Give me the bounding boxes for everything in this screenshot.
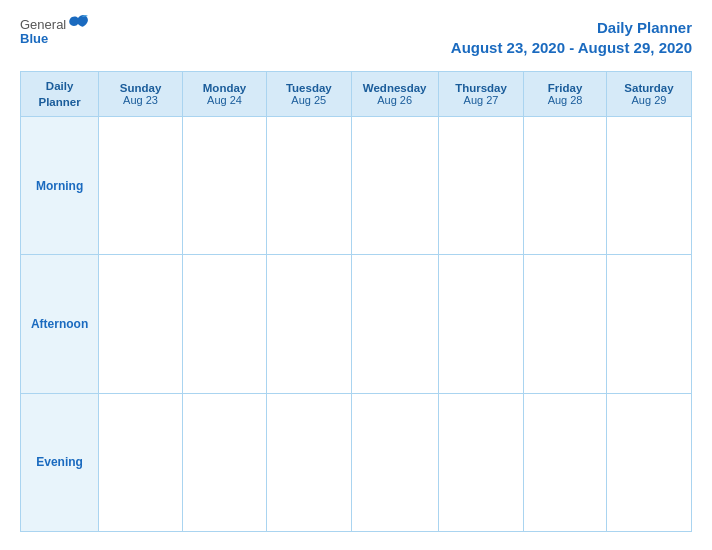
- afternoon-friday[interactable]: [524, 255, 607, 393]
- logo-blue: Blue: [20, 32, 48, 46]
- morning-saturday[interactable]: [606, 117, 691, 255]
- header-date: August 23, 2020 - August 29, 2020: [451, 38, 692, 58]
- wednesday-date: Aug 26: [356, 94, 434, 106]
- col-wednesday: Wednesday Aug 26: [351, 72, 438, 117]
- morning-monday[interactable]: [182, 117, 266, 255]
- afternoon-thursday[interactable]: [438, 255, 523, 393]
- morning-friday[interactable]: [524, 117, 607, 255]
- col-thursday: Thursday Aug 27: [438, 72, 523, 117]
- sunday-name: Sunday: [103, 82, 178, 94]
- evening-tuesday[interactable]: [267, 393, 351, 531]
- col-friday: Friday Aug 28: [524, 72, 607, 117]
- afternoon-saturday[interactable]: [606, 255, 691, 393]
- afternoon-tuesday[interactable]: [267, 255, 351, 393]
- morning-row: Morning: [21, 117, 692, 255]
- afternoon-wednesday[interactable]: [351, 255, 438, 393]
- logo-general: General: [20, 18, 66, 32]
- evening-label: Evening: [21, 393, 99, 531]
- column-header-row: Daily Planner Sunday Aug 23 Monday Aug 2…: [21, 72, 692, 117]
- afternoon-label: Afternoon: [21, 255, 99, 393]
- afternoon-monday[interactable]: [182, 255, 266, 393]
- logo-bird-icon: [68, 14, 90, 32]
- morning-label: Morning: [21, 117, 99, 255]
- thursday-name: Thursday: [443, 82, 519, 94]
- calendar-table: Daily Planner Sunday Aug 23 Monday Aug 2…: [20, 71, 692, 532]
- col-saturday: Saturday Aug 29: [606, 72, 691, 117]
- evening-wednesday[interactable]: [351, 393, 438, 531]
- tuesday-date: Aug 25: [271, 94, 346, 106]
- header: General Blue Daily Planner August 23, 20…: [20, 18, 692, 57]
- corner-header: Daily Planner: [21, 72, 99, 117]
- col-tuesday: Tuesday Aug 25: [267, 72, 351, 117]
- afternoon-sunday[interactable]: [99, 255, 183, 393]
- tuesday-name: Tuesday: [271, 82, 346, 94]
- logo-area: General Blue: [20, 18, 90, 47]
- evening-friday[interactable]: [524, 393, 607, 531]
- morning-thursday[interactable]: [438, 117, 523, 255]
- corner-label-line2: Planner: [38, 96, 80, 108]
- afternoon-row: Afternoon: [21, 255, 692, 393]
- friday-name: Friday: [528, 82, 602, 94]
- evening-row: Evening: [21, 393, 692, 531]
- friday-date: Aug 28: [528, 94, 602, 106]
- col-sunday: Sunday Aug 23: [99, 72, 183, 117]
- evening-monday[interactable]: [182, 393, 266, 531]
- wednesday-name: Wednesday: [356, 82, 434, 94]
- evening-saturday[interactable]: [606, 393, 691, 531]
- col-monday: Monday Aug 24: [182, 72, 266, 117]
- saturday-name: Saturday: [611, 82, 687, 94]
- saturday-date: Aug 29: [611, 94, 687, 106]
- evening-thursday[interactable]: [438, 393, 523, 531]
- monday-name: Monday: [187, 82, 262, 94]
- corner-label-line1: Daily: [46, 80, 74, 92]
- morning-wednesday[interactable]: [351, 117, 438, 255]
- morning-sunday[interactable]: [99, 117, 183, 255]
- thursday-date: Aug 27: [443, 94, 519, 106]
- sunday-date: Aug 23: [103, 94, 178, 106]
- morning-tuesday[interactable]: [267, 117, 351, 255]
- evening-sunday[interactable]: [99, 393, 183, 531]
- header-title: Daily Planner: [451, 18, 692, 38]
- page: General Blue Daily Planner August 23, 20…: [0, 0, 712, 550]
- header-right: Daily Planner August 23, 2020 - August 2…: [451, 18, 692, 57]
- monday-date: Aug 24: [187, 94, 262, 106]
